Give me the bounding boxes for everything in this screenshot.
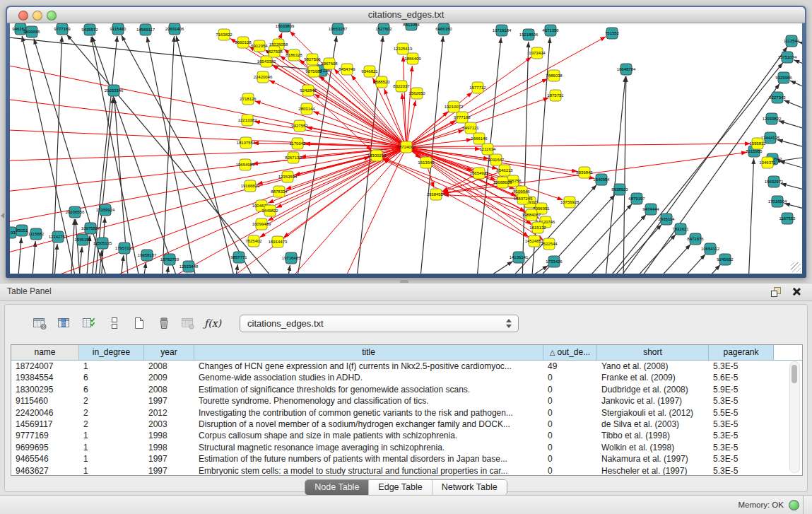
table-vertical-scrollbar[interactable]	[789, 361, 800, 473]
table-row[interactable]: 1938455462009Genome-wide association stu…	[11, 372, 802, 383]
table-row[interactable]: 1830029562008Estimation of significance …	[11, 384, 802, 395]
graph-node-label: 8660128	[235, 40, 252, 45]
cell-name: 9777169	[11, 430, 79, 441]
graph-node-label: 1112544	[784, 39, 800, 43]
graph-node-label: 10756928	[560, 200, 579, 204]
cell-short: Jankovic et al. (1997)	[597, 395, 709, 407]
graph-node-label: 1595812	[749, 141, 766, 146]
graph-edge	[794, 60, 802, 67]
graph-edge	[403, 56, 406, 147]
graph-node-label: 1588520	[373, 80, 390, 84]
cell-in_degree: 2	[79, 395, 144, 407]
graph-node-label: 18724007	[397, 145, 416, 149]
graph-node-label: 15692971	[765, 180, 784, 184]
graph-node-label: 1733426	[546, 259, 563, 264]
cell-year: 1997	[144, 395, 194, 407]
import-table-button[interactable]	[179, 315, 197, 332]
graph-node-label: 1115682	[28, 232, 45, 236]
graph-node-label: 1973434	[529, 51, 546, 55]
graph-node-label: 18807249	[514, 197, 533, 201]
window-titlebar[interactable]: citations_edges.txt	[7, 7, 805, 23]
graph-edge	[143, 262, 146, 274]
graph-node-label: 1011647	[488, 158, 505, 162]
column-header-name[interactable]: name	[11, 345, 79, 360]
column-header-pagerank[interactable]: pagerank	[709, 345, 774, 360]
graph-node-label: 16099489	[252, 222, 271, 226]
select-rows-button[interactable]	[80, 315, 98, 332]
panel-collapse-arrow-icon[interactable]	[1, 213, 4, 218]
float-icon[interactable]	[771, 287, 781, 297]
cell-short: Stergiakouli et al. (2012)	[597, 407, 709, 419]
cell-out_de: 0	[543, 384, 597, 395]
status-bar-divider	[803, 496, 804, 514]
graph-node-label: 20206556	[66, 210, 85, 214]
table-row[interactable]: 946362711997Embryonic stem cells: a mode…	[11, 465, 802, 476]
graph-edge	[235, 264, 237, 274]
graph-node-label: 8938923	[611, 187, 628, 192]
graph-node-label: 9435572	[81, 28, 98, 32]
function-builder-button[interactable]: ƒ(x)	[204, 315, 222, 332]
graph-edge	[18, 238, 21, 274]
cell-year: 1998	[144, 442, 194, 453]
graph-edge	[790, 81, 802, 90]
network-canvas-container: 9463627969969597771699435572911546014569…	[10, 23, 802, 274]
scrollbar-thumb[interactable]	[792, 365, 797, 383]
table-settings-button[interactable]	[30, 315, 49, 332]
cell-short: Hescheler et al. (1997)	[597, 465, 709, 476]
table-row[interactable]: 969969511998Structural magnetic resonanc…	[11, 442, 802, 453]
graph-node-label: 1513545	[418, 160, 435, 165]
table-row[interactable]: 946554611997Estimation of the future num…	[11, 453, 802, 465]
table-row[interactable]: 1456911722003Disruption of a novel membe…	[11, 419, 802, 430]
graph-node-label: 9245652	[717, 257, 734, 262]
graph-node-label: 2718126	[240, 97, 257, 101]
cell-pagerank: 5.3E-5	[709, 419, 774, 430]
sort-ascending-icon: △	[550, 349, 555, 356]
column-header-title[interactable]: title	[194, 345, 543, 360]
tab-node-table[interactable]: Node Table	[305, 480, 368, 495]
show-columns-button[interactable]	[55, 315, 73, 332]
graph-node-label: 1545193	[74, 238, 91, 242]
dropdown-arrows-icon	[505, 318, 512, 329]
tab-network-table[interactable]: Network Table	[432, 480, 507, 495]
column-header-out_de[interactable]: △out_de...	[543, 345, 597, 360]
graph-edge	[165, 267, 168, 274]
column-header-in_degree[interactable]: in_degree	[79, 345, 144, 360]
cell-out_de: 0	[543, 453, 597, 465]
graph-node-label: 17957223	[115, 246, 134, 250]
table-body: 1872400712008Changes of HCN gene express…	[11, 361, 802, 476]
graph-node-label: 2803144	[298, 107, 315, 111]
table-panel-header: Table Panel	[0, 283, 812, 301]
table-source-dropdown[interactable]: citations_edges.txt	[240, 315, 519, 332]
import-table-icon	[181, 316, 196, 330]
close-icon[interactable]	[792, 287, 801, 296]
cell-title: Disruption of a novel member of a sodium…	[194, 419, 543, 430]
column-header-short[interactable]: short	[597, 345, 709, 360]
row-height-button[interactable]	[105, 315, 123, 332]
delete-table-button[interactable]	[154, 315, 172, 332]
table-row[interactable]: 2242004622012Investigating the contribut…	[11, 407, 802, 419]
new-table-button[interactable]	[129, 315, 148, 332]
graph-node-label: 8471676	[687, 237, 704, 241]
cell-title: Estimation of significance thresholds fo…	[194, 384, 543, 395]
cell-in_degree: 1	[79, 361, 144, 372]
table-row[interactable]: 911546021997Tourette syndrome. Phenomeno…	[11, 395, 802, 407]
cell-in_degree: 6	[79, 384, 144, 395]
graph-node-label: 19210072	[445, 105, 464, 109]
graph-node-label: 4671358	[542, 28, 559, 33]
table-row[interactable]: 977716911998Corpus callosum shape and si…	[11, 430, 802, 441]
graph-edge	[98, 250, 102, 274]
table-tab-bar: Node TableEdge TableNetwork Table	[5, 479, 807, 496]
graph-node-label: 5912954	[251, 44, 268, 48]
cell-in_degree: 1	[79, 430, 144, 441]
graph-node-label: 10975887	[81, 226, 100, 230]
graph-node-label: 8322037	[393, 84, 410, 88]
graph-node-label: 1640954	[593, 177, 610, 182]
resize-grip-icon[interactable]	[791, 262, 801, 272]
tab-edge-table[interactable]: Edge Table	[368, 480, 431, 495]
network-canvas[interactable]: 9463627969969597771699435572911546014569…	[10, 23, 802, 274]
column-header-year[interactable]: year	[144, 345, 194, 360]
graph-edge	[406, 66, 412, 147]
table-row[interactable]: 1872400712008Changes of HCN gene express…	[11, 361, 802, 372]
cell-name: 9463627	[11, 465, 79, 476]
graph-edge	[287, 265, 290, 274]
